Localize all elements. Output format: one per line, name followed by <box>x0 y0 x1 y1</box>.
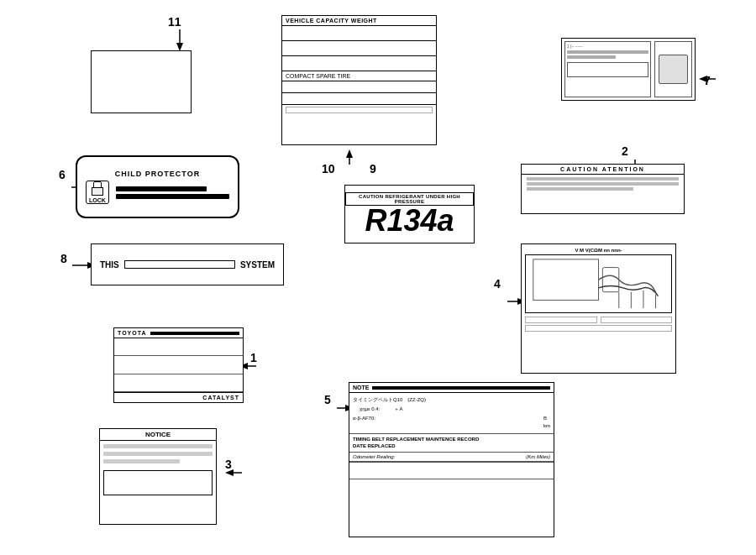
diag-bottom-rows <box>525 317 672 323</box>
timing-date-replaced: DATE REPLACED <box>353 442 550 449</box>
child-protector-title: CHILD PROTECTOR <box>115 170 200 178</box>
this-system-inner: THIS SYSTEM <box>100 260 275 270</box>
number-8: 8 <box>60 252 67 265</box>
label-7-left: 1 [~ ~~~ <box>564 41 651 97</box>
label-vcw: VEHICLE CAPACITY WEIGHT COMPACT SPARE TI… <box>281 15 437 145</box>
number-7: 7 <box>704 74 711 87</box>
number-6: 6 <box>59 168 66 181</box>
toyota-rows <box>114 338 243 392</box>
l7-line-2 <box>567 55 616 59</box>
number-5: 5 <box>324 393 331 406</box>
vcw-row-3 <box>282 56 436 71</box>
caution-line-3 <box>527 187 633 191</box>
notice-line-3 <box>103 459 180 463</box>
label-5-note: NOTE タイミングベルトQ10 (ZZ-ZQ) χημε 0.4: + A α… <box>349 382 554 537</box>
km-miles: (Km Miles) <box>526 454 550 459</box>
note-extra-bar <box>349 479 554 497</box>
label-7-inner: 1 [~ ~~~ <box>562 39 695 100</box>
vcw-row-2 <box>282 41 436 56</box>
notice-line-2 <box>103 452 213 456</box>
l7-line-1 <box>567 50 648 54</box>
catalyst-text: CATALYST <box>114 392 243 402</box>
caution-line-2 <box>527 182 679 186</box>
toyota-row-3 <box>114 374 243 392</box>
arrow-1 <box>250 365 252 367</box>
caution-line-1 <box>527 177 679 181</box>
system-bar <box>124 260 235 269</box>
vcw-spare-row-1 <box>282 81 436 93</box>
arrow-3 <box>225 472 242 474</box>
number-11: 11 <box>168 15 181 29</box>
note-title-bar <box>372 386 550 390</box>
notice-box <box>103 470 213 495</box>
toyota-bar <box>150 332 239 335</box>
diag-box-1 <box>525 254 672 313</box>
note-title: NOTE <box>353 385 369 390</box>
label-11-sticker <box>91 50 192 113</box>
vcw-footer <box>282 105 436 115</box>
label-8-this-system: THIS SYSTEM <box>91 243 284 285</box>
diag-row-3 <box>525 325 672 332</box>
notice-header: NOTICE <box>100 429 216 441</box>
number-2: 2 <box>622 144 628 158</box>
toyota-brand: TOYOTA <box>118 330 147 336</box>
note-line-jp-2: χημε 0.4: + A <box>360 406 550 413</box>
note-bottom-bar <box>349 462 554 479</box>
arrow-10 <box>349 149 350 165</box>
lock-lines <box>116 186 229 199</box>
diag-row-1 <box>525 317 597 323</box>
odometer-label: Odometer Realing: <box>353 454 395 459</box>
caution-header: CAUTION ATENTION <box>522 165 684 175</box>
number-4: 4 <box>494 277 501 291</box>
vcw-title: VEHICLE CAPACITY WEIGHT <box>282 16 436 26</box>
svg-rect-19 <box>602 268 618 292</box>
diag-svg <box>526 255 671 312</box>
notice-line-1 <box>103 444 213 448</box>
note-timing-row: Odometer Realing: (Km Miles) <box>349 453 554 462</box>
vcw-row-1 <box>282 26 436 41</box>
toyota-row-2 <box>114 356 243 374</box>
vcw-spare-row-2 <box>282 93 436 105</box>
lock-box: LOCK <box>86 181 109 204</box>
l7-right-box <box>659 55 688 84</box>
system-word: SYSTEM <box>240 260 275 270</box>
note-japanese-section: タイミングベルトQ10 (ZZ-ZQ) χημε 0.4: + A α-β-AF… <box>349 393 554 434</box>
vcw-footer-row-1 <box>286 107 433 113</box>
number-9: 9 <box>370 162 376 175</box>
l7-inner-box <box>567 62 648 77</box>
label-1-toyota: TOYOTA CATALYST <box>113 327 244 403</box>
diag-title: V M V(CΩM nn nnn- <box>525 248 672 253</box>
label-3-notice: NOTICE <box>99 428 217 525</box>
label-6-child-protector: CHILD PROTECTOR LOCK <box>76 155 239 218</box>
toyota-row-1 <box>114 338 243 356</box>
note-line-jp-3: α-β-AF70: Bkm <box>353 415 550 430</box>
note-timing-header: TIMING BELT REPLACEMENT MAINTENCE RECORD… <box>349 434 554 453</box>
note-jp-left: α-β-AF70: <box>353 415 375 430</box>
diag-row-2 <box>601 317 673 323</box>
svg-marker-11 <box>346 149 353 158</box>
lock-text: LOCK <box>89 197 106 203</box>
diagram-inner: V M V(CΩM nn nnn- <box>522 244 675 373</box>
vcw-spare-text: COMPACT SPARE TIRE <box>282 71 436 81</box>
arrow-11 <box>179 29 181 53</box>
this-word: THIS <box>100 260 119 270</box>
label-4-diagram: V M V(CΩM nn nnn- <box>521 243 676 374</box>
l7-top-text: 1 [~ ~~~ <box>567 44 648 49</box>
note-line-jp-1: タイミングベルトQ10 (ZZ-ZQ) <box>353 396 550 404</box>
number-1: 1 <box>250 351 257 364</box>
notice-body <box>100 441 216 524</box>
label-7-right <box>654 41 692 97</box>
label-9-r134a: CAUTION REFRIGERANT UNDER HIGH PRESSURE … <box>344 185 475 243</box>
toyota-header: TOYOTA <box>114 328 243 338</box>
number-3: 3 <box>225 458 232 471</box>
label-2-caution: CAUTION ATENTION <box>521 164 685 214</box>
caution-body <box>522 175 684 213</box>
note-jp-right: Bkm <box>543 415 550 430</box>
timing-belt-header: TIMING BELT REPLACEMENT MAINTENCE RECORD <box>353 436 550 442</box>
svg-rect-18 <box>533 259 599 301</box>
label-7-small: 1 [~ ~~~ <box>561 38 696 101</box>
number-10: 10 <box>322 162 335 175</box>
note-header: NOTE <box>349 383 554 393</box>
r134a-text: R134a <box>365 206 454 236</box>
